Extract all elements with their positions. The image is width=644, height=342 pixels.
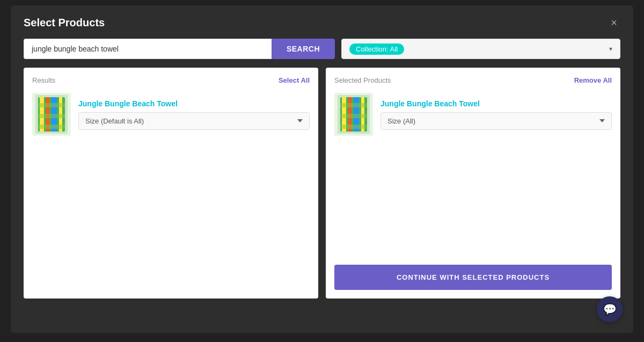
selected-size-dropdown[interactable]: Size (All) Small Medium Large X-Large (380, 112, 612, 130)
modal-header: Select Products × (24, 16, 620, 29)
results-panel-header: Results Select All (32, 76, 310, 84)
selected-product-item: Jungle Bungle Beach Towel Size (All) Sma… (334, 93, 612, 136)
selected-label: Selected Products (334, 76, 391, 84)
search-button[interactable]: SEARCH (272, 39, 335, 59)
selected-product-image (334, 93, 373, 136)
results-label: Results (32, 76, 55, 84)
product-thumbnail-icon (35, 95, 68, 134)
selected-product-name[interactable]: Jungle Bungle Beach Towel (380, 99, 612, 108)
search-left: SEARCH (24, 39, 335, 59)
remove-all-button[interactable]: Remove All (574, 76, 612, 84)
svg-rect-16 (340, 114, 367, 118)
svg-rect-8 (38, 125, 65, 129)
modal-title: Select Products (24, 17, 105, 29)
close-button[interactable]: × (608, 16, 620, 29)
result-product-item: Jungle Bungle Beach Towel Size (Default … (32, 93, 310, 136)
search-row: SEARCH Collection: All ▾ (24, 39, 620, 59)
results-panel: Results Select All (24, 68, 318, 299)
result-product-image (32, 93, 71, 136)
svg-rect-17 (340, 125, 367, 129)
result-size-dropdown[interactable]: Size (Default is All) Small Medium Large… (78, 112, 310, 130)
modal: Select Products × SEARCH Collection: All… (11, 5, 633, 333)
collection-dropdown[interactable]: Collection: All ▾ (341, 39, 620, 59)
chat-icon: 💬 (603, 303, 617, 316)
selected-panel: Selected Products Remove All (326, 68, 620, 299)
result-product-name[interactable]: Jungle Bungle Beach Towel (78, 99, 310, 108)
continue-button[interactable]: CONTINUE WITH SELECTED PRODUCTS (334, 265, 612, 290)
continue-button-container: CONTINUE WITH SELECTED PRODUCTS (334, 256, 612, 290)
search-input[interactable] (24, 39, 272, 59)
panels-row: Results Select All (24, 68, 620, 299)
selected-panel-header: Selected Products Remove All (334, 76, 612, 84)
chat-bubble-button[interactable]: 💬 (597, 296, 623, 322)
collection-badge: Collection: All (349, 43, 404, 55)
selected-product-thumbnail-icon (338, 95, 370, 134)
selected-product-info: Jungle Bungle Beach Towel Size (All) Sma… (380, 99, 612, 130)
modal-overlay: Select Products × SEARCH Collection: All… (0, 0, 644, 342)
svg-rect-15 (340, 103, 367, 107)
svg-rect-7 (38, 114, 65, 118)
result-product-info: Jungle Bungle Beach Towel Size (Default … (78, 99, 310, 130)
svg-rect-6 (38, 103, 65, 107)
chevron-down-icon: ▾ (609, 45, 612, 53)
select-all-button[interactable]: Select All (279, 76, 310, 84)
